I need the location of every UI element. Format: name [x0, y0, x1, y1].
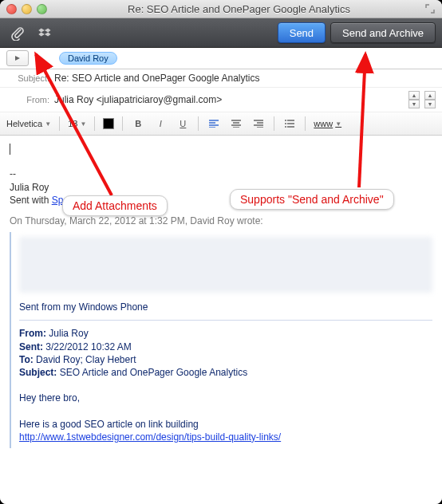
- subject-input[interactable]: Re: SEO Article and OnePager Google Anal…: [54, 73, 436, 84]
- zoom-window-button[interactable]: [37, 4, 47, 14]
- window-title: Re: SEO Article and OnePager Google Anal…: [53, 3, 424, 15]
- from-row: From: Julia Roy <juliapatriciaroy@gmail.…: [0, 88, 442, 112]
- link-button[interactable]: www▼: [314, 119, 341, 128]
- bold-button[interactable]: B: [131, 116, 145, 131]
- quoted-message: Sent from my Windows Phone From: Julia R…: [10, 232, 432, 448]
- callout-send-archive: Supports "Send and Archive": [230, 189, 394, 210]
- titlebar: Re: SEO Article and OnePager Google Anal…: [0, 0, 442, 18]
- callout-attachments: Add Attachments: [62, 195, 168, 216]
- subject-label: Subject:: [6, 73, 49, 83]
- font-size-select[interactable]: 13▼: [68, 119, 86, 128]
- list-button[interactable]: [282, 116, 297, 131]
- align-right-button[interactable]: [251, 116, 266, 131]
- expand-recipients-button[interactable]: [6, 50, 29, 66]
- to-field-row[interactable]: David Roy: [0, 48, 442, 69]
- close-window-button[interactable]: [6, 4, 17, 14]
- from-label: From:: [6, 95, 49, 104]
- redacted-text: [19, 237, 432, 293]
- text-color-button[interactable]: [103, 118, 114, 129]
- svg-point-0: [285, 120, 286, 121]
- text-cursor: [10, 144, 10, 155]
- toolbar: Send Send and Archive: [0, 18, 442, 48]
- minimize-window-button[interactable]: [22, 4, 32, 14]
- italic-button[interactable]: I: [153, 116, 168, 131]
- align-center-button[interactable]: [229, 116, 243, 131]
- dropbox-button[interactable]: [34, 23, 56, 42]
- font-family-select[interactable]: Helvetica▼: [6, 119, 51, 128]
- attach-button[interactable]: [6, 23, 29, 42]
- signature-stepper[interactable]: ▲▼: [424, 91, 436, 108]
- chevron-down-icon: ▼: [80, 120, 86, 128]
- format-bar: Helvetica▼ 13▼ B I U www▼: [0, 112, 442, 136]
- svg-point-1: [285, 123, 286, 124]
- send-button[interactable]: Send: [278, 22, 326, 43]
- chevron-down-icon: ▼: [45, 120, 51, 128]
- subject-row: Subject: Re: SEO Article and OnePager Go…: [0, 69, 442, 88]
- quote-intro: On Thursday, March 22, 2012 at 1:32 PM, …: [10, 215, 432, 227]
- email-compose-window: Re: SEO Article and OnePager Google Anal…: [0, 0, 442, 504]
- underline-button[interactable]: U: [176, 116, 190, 131]
- from-value: Julia Roy <juliapatriciaroy@gmail.com>: [54, 94, 404, 105]
- send-and-archive-button[interactable]: Send and Archive: [330, 22, 436, 43]
- svg-point-2: [285, 126, 286, 128]
- traffic-lights: [6, 4, 47, 14]
- seo-article-link[interactable]: http://www.1stwebdesigner.com/design/tip…: [19, 431, 281, 443]
- expand-icon[interactable]: [424, 3, 436, 14]
- align-left-button[interactable]: [207, 116, 221, 131]
- recipient-token[interactable]: David Roy: [59, 52, 117, 65]
- from-account-stepper[interactable]: ▲▼: [408, 91, 420, 108]
- chevron-down-icon: ▼: [335, 120, 341, 128]
